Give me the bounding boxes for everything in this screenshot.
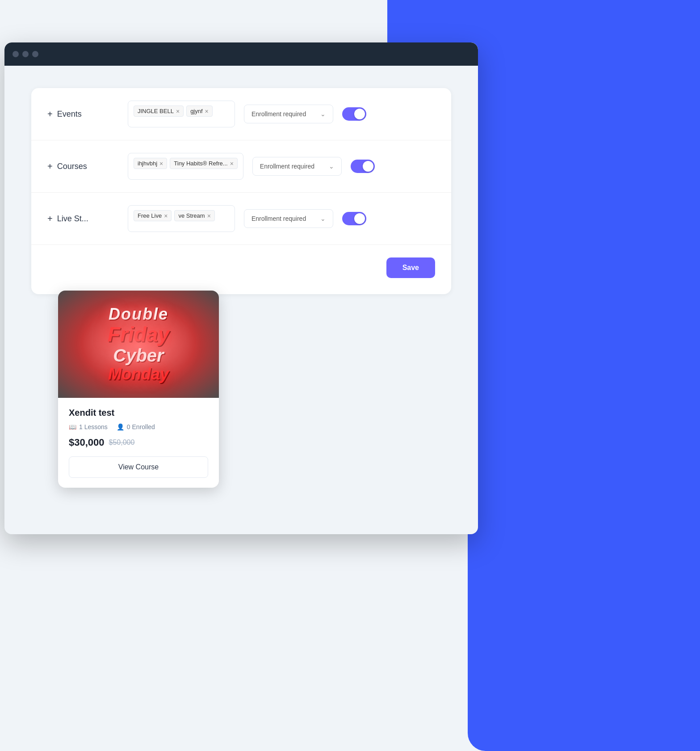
enrolled-count: 0 Enrolled xyxy=(127,423,155,430)
events-label-text: Events xyxy=(57,110,82,119)
tag-tiny-habits-close[interactable]: × xyxy=(230,160,234,167)
save-button[interactable]: Save xyxy=(386,257,435,278)
course-price: $30,000 $50,000 xyxy=(69,437,208,448)
tag-ihjhvbhj: ihjhvbhj × xyxy=(134,158,167,169)
live-streams-tags-input[interactable]: Free Live × ve Stream × xyxy=(128,205,235,232)
courses-enrollment-text: Enrollment required xyxy=(260,163,314,170)
browser-content: + Events JINGLE BELL × gjynf × Enrollmen… xyxy=(4,66,478,316)
events-enrollment-text: Enrollment required xyxy=(251,110,306,118)
events-toggle-knob xyxy=(354,109,365,119)
courses-row: + Courses ihjhvbhj × Tiny Habits® Refre.… xyxy=(31,140,451,193)
live-streams-toggle[interactable] xyxy=(342,212,366,225)
enrolled-icon: 👤 xyxy=(117,423,124,430)
live-streams-label: + Live St... xyxy=(47,214,119,224)
events-chevron-icon: ⌄ xyxy=(320,110,326,118)
tag-free-live-close[interactable]: × xyxy=(164,213,168,219)
events-label: + Events xyxy=(47,109,119,119)
courses-chevron-icon: ⌄ xyxy=(329,163,334,170)
courses-toggle[interactable] xyxy=(351,160,375,173)
tag-gjynf-close[interactable]: × xyxy=(205,108,209,114)
course-card-body: Xendit test 📖 1 Lessons 👤 0 Enrolled $30… xyxy=(58,398,219,488)
live-streams-enrollment-dropdown[interactable]: Enrollment required ⌄ xyxy=(244,209,333,228)
courses-plus-icon[interactable]: + xyxy=(47,161,53,172)
lessons-count: 1 Lessons xyxy=(79,423,108,430)
tag-jingle-bell: JINGLE BELL × xyxy=(134,105,184,117)
tag-jingle-bell-text: JINGLE BELL xyxy=(138,108,174,114)
browser-dot-3 xyxy=(32,51,38,57)
browser-dot-2 xyxy=(22,51,29,57)
live-streams-row: + Live St... Free Live × ve Stream × Enr… xyxy=(31,193,451,245)
settings-card: + Events JINGLE BELL × gjynf × Enrollmen… xyxy=(31,88,451,294)
live-streams-enrollment-text: Enrollment required xyxy=(251,215,306,222)
browser-dot-1 xyxy=(13,51,19,57)
events-row: + Events JINGLE BELL × gjynf × Enrollmen… xyxy=(31,88,451,140)
events-tags-input[interactable]: JINGLE BELL × gjynf × xyxy=(128,101,235,127)
tag-tiny-habits: Tiny Habits® Refre... × xyxy=(170,158,238,169)
courses-toggle-knob xyxy=(363,161,373,172)
courses-label-text: Courses xyxy=(57,162,87,171)
events-enrollment-dropdown[interactable]: Enrollment required ⌄ xyxy=(244,105,333,123)
live-streams-toggle-knob xyxy=(354,213,365,224)
glow-effect xyxy=(76,295,201,393)
course-card: Double Friday Cyber Monday Xendit test 📖… xyxy=(58,291,219,488)
live-streams-label-text: Live St... xyxy=(57,214,88,224)
course-lessons-meta: 📖 1 Lessons xyxy=(69,423,108,430)
courses-enrollment-dropdown[interactable]: Enrollment required ⌄ xyxy=(252,157,342,176)
tag-ihjhvbhj-close[interactable]: × xyxy=(159,160,163,167)
course-card-image: Double Friday Cyber Monday xyxy=(58,291,219,398)
tag-free-live: Free Live × xyxy=(134,210,172,221)
course-enrolled-meta: 👤 0 Enrolled xyxy=(117,423,155,430)
price-current: $30,000 xyxy=(69,437,105,448)
save-btn-row: Save xyxy=(31,245,451,294)
course-meta: 📖 1 Lessons 👤 0 Enrolled xyxy=(69,423,208,430)
courses-label: + Courses xyxy=(47,161,119,172)
tag-free-live-text: Free Live xyxy=(138,212,162,219)
tag-gjynf-text: gjynf xyxy=(190,108,202,114)
browser-titlebar xyxy=(4,42,478,66)
lessons-icon: 📖 xyxy=(69,423,76,430)
tag-ve-stream-close[interactable]: × xyxy=(207,213,211,219)
tag-ve-stream: ve Stream × xyxy=(174,210,214,221)
tag-ve-stream-text: ve Stream xyxy=(178,212,205,219)
tag-ihjhvbhj-text: ihjhvbhj xyxy=(138,160,157,167)
events-toggle[interactable] xyxy=(342,107,366,121)
live-streams-chevron-icon: ⌄ xyxy=(320,215,326,222)
live-streams-plus-icon[interactable]: + xyxy=(47,214,53,224)
tag-gjynf: gjynf × xyxy=(186,105,213,117)
events-plus-icon[interactable]: + xyxy=(47,109,53,119)
course-title: Xendit test xyxy=(69,408,208,418)
courses-tags-input[interactable]: ihjhvbhj × Tiny Habits® Refre... × xyxy=(128,153,243,180)
price-original: $50,000 xyxy=(109,439,135,447)
tag-jingle-bell-close[interactable]: × xyxy=(176,108,180,114)
view-course-button[interactable]: View Course xyxy=(69,456,208,478)
tag-tiny-habits-text: Tiny Habits® Refre... xyxy=(174,160,227,167)
